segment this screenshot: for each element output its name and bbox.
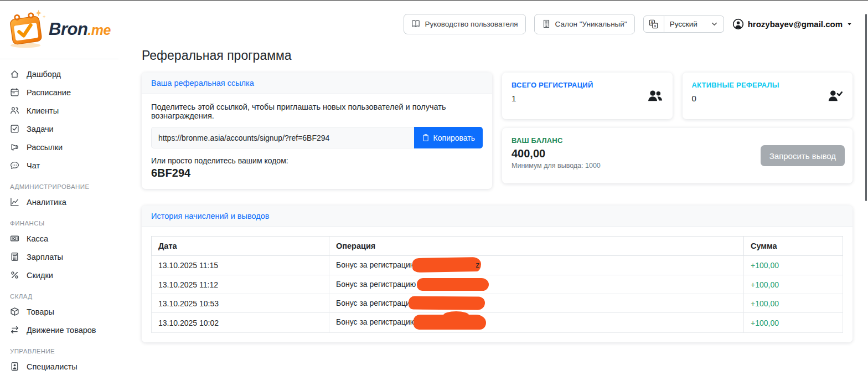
operation-text: Бонус за регистрацию bbox=[336, 299, 416, 307]
clipboard-icon bbox=[422, 134, 430, 142]
redaction-scribble bbox=[409, 296, 485, 310]
sidebar: Bron.me Дашборд Расписание Клиенты Задач… bbox=[0, 1, 123, 385]
operation-text: Бонус за регистрацию bbox=[336, 318, 416, 327]
sidebar-item-label: Зарплаты bbox=[27, 253, 63, 261]
person-badge-icon bbox=[10, 362, 19, 371]
registrations-value: 1 bbox=[512, 94, 593, 103]
referral-card-header-link[interactable]: Ваша реферальная ссылка bbox=[151, 79, 254, 88]
sidebar-section-management: УПРАВЛЕНИЕ bbox=[0, 339, 123, 357]
operation-suffix: z bbox=[476, 260, 479, 269]
scrollbar[interactable] bbox=[865, 14, 867, 201]
redaction-scribble bbox=[414, 315, 486, 330]
copy-button[interactable]: Копировать bbox=[414, 127, 483, 148]
salon-button[interactable]: Салон "Уникальный" bbox=[534, 14, 635, 34]
person-circle-icon bbox=[732, 18, 744, 30]
arrows-left-right-icon bbox=[10, 325, 19, 335]
people-fill-icon bbox=[647, 88, 663, 104]
sidebar-item-label: Чат bbox=[27, 161, 40, 170]
calculator-icon bbox=[10, 252, 19, 261]
sidebar-item-specialists[interactable]: Специалисты bbox=[0, 357, 123, 376]
history-card: История начислений и выводов Дата Операц… bbox=[142, 206, 852, 342]
sidebar-item-discounts[interactable]: Скидки bbox=[0, 266, 123, 284]
sidebar-item-goods[interactable]: Товары bbox=[0, 302, 123, 321]
check-square-icon bbox=[10, 124, 19, 134]
user-email: hrozybayev@gmail.com bbox=[748, 19, 843, 29]
cell-amount: +100,00 bbox=[744, 275, 843, 294]
sidebar-item-analytics[interactable]: Аналитика bbox=[0, 193, 123, 211]
redaction-scribble bbox=[417, 278, 489, 291]
balance-label: ВАШ БАЛАНС bbox=[512, 136, 843, 145]
viewport-top-border bbox=[0, 0, 868, 1]
salon-label: Салон "Уникальный" bbox=[555, 20, 627, 28]
column-header-operation: Операция bbox=[329, 237, 744, 256]
copy-button-label: Копировать bbox=[433, 134, 475, 142]
cell-operation: Бонус за регистрацию bbox=[329, 313, 744, 333]
user-guide-label: Руководство пользователя bbox=[425, 20, 518, 28]
sidebar-item-label: Задачи bbox=[27, 125, 54, 134]
svg-text:я: я bbox=[654, 23, 657, 27]
chat-icon bbox=[10, 161, 19, 170]
sidebar-item-cashdesk[interactable]: Касса bbox=[0, 229, 123, 248]
referral-description: Поделитесь этой ссылкой, чтобы приглашат… bbox=[151, 102, 483, 120]
sidebar-item-label: Специалисты bbox=[27, 362, 78, 371]
building-icon bbox=[542, 19, 551, 28]
sidebar-item-goods-movement[interactable]: Движение товаров bbox=[0, 321, 123, 339]
user-guide-button[interactable]: Руководство пользователя bbox=[404, 14, 525, 34]
active-referrals-value: 0 bbox=[692, 94, 779, 103]
brand-calendar-icon bbox=[6, 9, 48, 50]
translate-icon-button[interactable]: Aя bbox=[643, 16, 664, 33]
referral-code: 6BF294 bbox=[151, 167, 483, 179]
book-icon bbox=[411, 19, 420, 28]
divider bbox=[0, 59, 118, 59]
sidebar-section-administration: АДМИНИСТРИРОВАНИЕ bbox=[0, 174, 123, 193]
redaction-scribble bbox=[412, 257, 481, 273]
sidebar-item-label: Движение товаров bbox=[27, 326, 96, 335]
language-selector: Aя Русский bbox=[643, 16, 724, 33]
sidebar-nav: Дашборд Расписание Клиенты Задачи Рассыл… bbox=[0, 65, 123, 376]
user-menu[interactable]: hrozybayev@gmail.com bbox=[732, 18, 852, 30]
brand-logo[interactable]: Bron.me bbox=[0, 1, 123, 52]
sidebar-item-chat[interactable]: Чат bbox=[0, 156, 123, 174]
cell-date: 13.10.2025 11:12 bbox=[152, 275, 329, 294]
sidebar-item-clients[interactable]: Клиенты bbox=[0, 101, 123, 120]
percent-icon bbox=[10, 270, 19, 280]
sidebar-section-warehouse: СКЛАД bbox=[0, 284, 123, 302]
main-content: Руководство пользователя Салон "Уникальн… bbox=[123, 1, 868, 385]
sidebar-item-dashboard[interactable]: Дашборд bbox=[0, 65, 123, 83]
table-header-row: Дата Операция Сумма bbox=[152, 237, 843, 256]
withdraw-button[interactable]: Запросить вывод bbox=[761, 145, 845, 166]
registrations-stat-card: ВСЕГО РЕГИСТРАЦИЙ 1 bbox=[502, 73, 673, 119]
page-title: Реферальная программа bbox=[142, 48, 852, 63]
sidebar-item-salaries[interactable]: Зарплаты bbox=[0, 248, 123, 266]
sidebar-item-label: Расписание bbox=[27, 88, 71, 97]
sidebar-item-tasks[interactable]: Задачи bbox=[0, 120, 123, 138]
cash-icon bbox=[10, 234, 19, 243]
language-select[interactable]: Русский bbox=[664, 16, 724, 33]
active-referrals-label: АКТИВНЫЕ РЕФЕРАЛЫ bbox=[692, 81, 779, 89]
sidebar-item-mailings[interactable]: Рассылки bbox=[0, 138, 123, 156]
history-card-header-link[interactable]: История начислений и выводов bbox=[151, 212, 269, 220]
sidebar-section-finance: ФИНАНСЫ bbox=[0, 211, 123, 229]
balance-card: ВАШ БАЛАНС 400,00 Минимум для вывода: 10… bbox=[502, 128, 852, 183]
sidebar-item-schedule[interactable]: Расписание bbox=[0, 83, 123, 101]
cell-operation: Бонус за регистрацию bbox=[329, 294, 744, 313]
sidebar-item-label: Скидки bbox=[27, 271, 53, 280]
megaphone-icon bbox=[10, 142, 19, 152]
referral-link-card: Ваша реферальная ссылка Поделитесь этой … bbox=[142, 73, 492, 189]
calendar-icon bbox=[10, 88, 19, 97]
operation-text: Бонус за регистрацию bbox=[336, 280, 416, 289]
sidebar-item-label: Клиенты bbox=[27, 106, 59, 115]
person-check-icon bbox=[826, 88, 843, 104]
topbar: Руководство пользователя Салон "Уникальн… bbox=[142, 13, 852, 34]
cell-amount: +100,00 bbox=[744, 256, 843, 275]
history-table: Дата Операция Сумма 13.10.2025 11:15 Бон… bbox=[151, 236, 843, 333]
table-row: 13.10.2025 11:12 Бонус за регистрацию +1… bbox=[152, 275, 843, 294]
box-icon bbox=[10, 307, 19, 316]
cell-date: 13.10.2025 10:02 bbox=[152, 313, 329, 333]
graph-icon bbox=[10, 197, 19, 207]
cell-date: 13.10.2025 11:15 bbox=[152, 256, 329, 275]
referral-link-input[interactable] bbox=[151, 127, 414, 148]
cell-operation: Бонус за регистрациюz bbox=[329, 256, 744, 275]
table-row: 13.10.2025 10:53 Бонус за регистрацию +1… bbox=[152, 294, 843, 313]
operation-text: Бонус за регистрацию bbox=[336, 260, 416, 269]
